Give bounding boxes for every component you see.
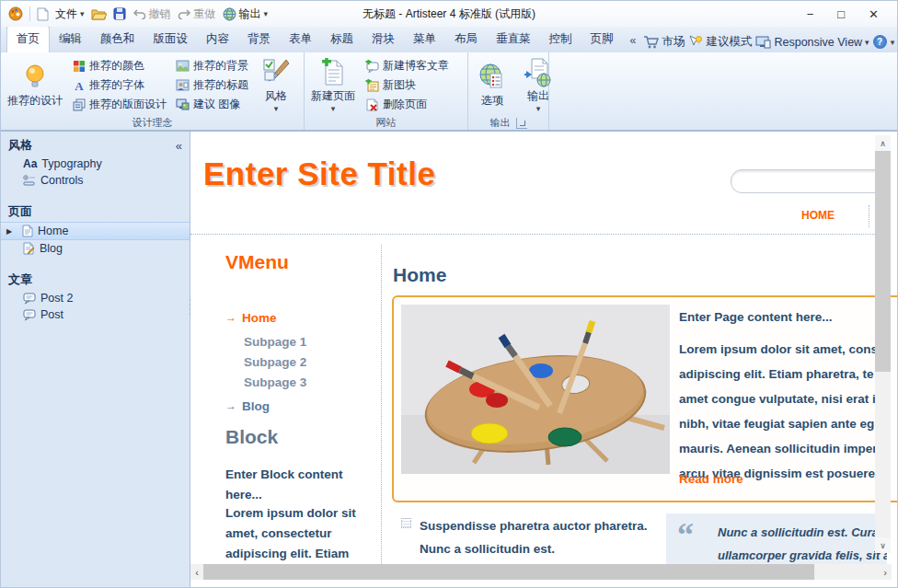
open-button[interactable] bbox=[91, 7, 107, 20]
tab-footer[interactable]: 页脚 bbox=[581, 27, 623, 52]
sidebar-item-controls[interactable]: Controls bbox=[1, 172, 190, 189]
new-page-button[interactable]: 新建页面 ▾ bbox=[307, 54, 359, 116]
horizontal-scrollbar-thumb[interactable] bbox=[203, 564, 814, 580]
tab-header[interactable]: 标题 bbox=[321, 27, 363, 52]
tab-vertical-menu[interactable]: 垂直菜 bbox=[487, 27, 540, 52]
scroll-left-icon[interactable]: ‹ bbox=[190, 567, 203, 578]
header-dotted-rule bbox=[190, 234, 875, 235]
post-teaser[interactable]: Suspendisse pharetra auctor pharetra. Nu… bbox=[401, 514, 648, 560]
tab-layout[interactable]: 布局 bbox=[445, 27, 487, 52]
tab-overflow-chevron[interactable]: « bbox=[623, 29, 644, 52]
vmenu-heading[interactable]: VMenu bbox=[225, 251, 289, 273]
tab-home[interactable]: 首页 bbox=[6, 26, 50, 52]
post-bubble-icon bbox=[23, 293, 36, 305]
market-button[interactable]: 市场 bbox=[643, 34, 685, 50]
suggest-images-button[interactable]: 建议 图像 bbox=[173, 96, 251, 113]
options-button[interactable]: 选项 bbox=[471, 59, 513, 111]
minimize-button[interactable]: − bbox=[807, 7, 814, 21]
scroll-down-icon[interactable]: ∨ bbox=[875, 537, 891, 553]
vertical-scrollbar[interactable]: ∧ ∨ bbox=[875, 135, 891, 553]
dialog-launcher-icon[interactable] bbox=[516, 118, 527, 129]
options-globe-icon bbox=[478, 62, 506, 93]
suggest-header-button[interactable]: 推荐的标题 bbox=[173, 76, 251, 94]
ribbon-empty-area bbox=[549, 52, 897, 130]
chevron-down-icon: ▾ bbox=[536, 104, 541, 113]
collapse-sidebar-icon[interactable]: « bbox=[176, 139, 182, 153]
quote-block[interactable]: “ Nunc a sollicitudin est. Curabitu ulla… bbox=[666, 513, 887, 569]
redo-label: 重做 bbox=[194, 6, 216, 22]
new-document-icon[interactable] bbox=[37, 7, 49, 21]
close-button[interactable]: ✕ bbox=[869, 7, 879, 21]
tab-background[interactable]: 背景 bbox=[238, 27, 280, 52]
redo-button[interactable]: 重做 bbox=[178, 6, 216, 22]
tab-menu[interactable]: 菜单 bbox=[404, 27, 445, 52]
page-content-box[interactable]: Enter Page content here... Lorem ipsum d… bbox=[392, 295, 897, 502]
vmenu-item-subpage2[interactable]: Subpage 2 bbox=[244, 355, 306, 369]
maximize-button[interactable]: □ bbox=[837, 7, 845, 21]
page-text[interactable]: Enter Page content here... Lorem ipsum d… bbox=[679, 310, 897, 486]
group-design-ideas: 推荐的设计 推荐的颜色 A 推荐的字体 推荐的版面设计 bbox=[1, 52, 305, 130]
new-blog-post-button[interactable]: 新建博客文章 bbox=[363, 57, 452, 75]
vmenu-item-subpage3[interactable]: Subpage 3 bbox=[244, 375, 306, 389]
chevron-down-icon[interactable]: ▾ bbox=[891, 38, 895, 47]
scroll-up-icon[interactable]: ∧ bbox=[875, 135, 891, 151]
site-title[interactable]: Enter Site Title bbox=[203, 156, 435, 192]
read-more-link[interactable]: Read more bbox=[679, 472, 743, 486]
block-placeholder[interactable]: Enter Block content here... bbox=[225, 465, 374, 505]
drag-handle-icon[interactable] bbox=[401, 518, 411, 528]
typography-label: Typography bbox=[41, 157, 101, 170]
block-heading[interactable]: Block bbox=[225, 426, 278, 448]
sidebar-item-page-home[interactable]: ▶ Home bbox=[1, 222, 190, 240]
tab-slider[interactable]: 滑块 bbox=[363, 27, 404, 52]
site-nav-home[interactable]: HOME bbox=[790, 209, 846, 222]
tab-content[interactable]: 内容 bbox=[197, 27, 238, 52]
tab-layout-design[interactable]: 版面设 bbox=[144, 27, 198, 52]
suggest-fonts-button[interactable]: A 推荐的字体 bbox=[70, 76, 169, 94]
file-menu-button[interactable]: 文件▾ bbox=[55, 6, 85, 22]
tab-forms[interactable]: 表单 bbox=[280, 27, 321, 52]
help-button[interactable]: ? bbox=[873, 35, 887, 49]
vertical-scrollbar-thumb[interactable] bbox=[875, 151, 891, 372]
save-button[interactable] bbox=[113, 7, 126, 20]
suggest-colors-label: 推荐的颜色 bbox=[89, 58, 144, 74]
sidebar-item-page-blog[interactable]: Blog bbox=[1, 240, 190, 257]
link-arrow-icon: → bbox=[225, 399, 236, 413]
tab-edit[interactable]: 编辑 bbox=[50, 27, 91, 52]
delete-page-icon bbox=[365, 98, 379, 111]
group-site: 新建页面 ▾ 新建博客文章 新图块 删除页面 bbox=[305, 52, 468, 130]
sidebar-item-post2[interactable]: Post 2 bbox=[1, 290, 190, 306]
responsive-view-button[interactable]: Responsive View ▾ bbox=[755, 36, 869, 49]
suggest-background-button[interactable]: 推荐的背景 bbox=[173, 57, 251, 75]
header-image-icon bbox=[176, 79, 190, 91]
nav-dotted-separator bbox=[869, 205, 869, 227]
page-placeholder: Enter Page content here... bbox=[679, 310, 897, 324]
sidebar-item-post[interactable]: Post bbox=[1, 306, 190, 323]
suggest-colors-button[interactable]: 推荐的颜色 bbox=[70, 57, 169, 75]
block-body-text[interactable]: Lorem ipsum dolor sit amet, consectetur … bbox=[225, 503, 374, 564]
new-page-label: 新建页面 bbox=[311, 88, 355, 104]
vmenu-item-blog[interactable]: → Blog bbox=[225, 399, 270, 413]
suggest-layout-button[interactable]: 推荐的版面设计 bbox=[70, 96, 169, 113]
site-search-input[interactable] bbox=[731, 169, 887, 193]
tab-colors[interactable]: 颜色和 bbox=[91, 27, 144, 52]
chevron-down-icon: ▾ bbox=[264, 9, 269, 18]
page-heading[interactable]: Home bbox=[393, 264, 446, 286]
vmenu-item-home[interactable]: → Home bbox=[225, 311, 277, 325]
quote-text: Nunc a sollicitudin est. Curabitu ullamc… bbox=[718, 521, 887, 567]
suggest-mode-button[interactable]: 建议模式 bbox=[688, 34, 752, 50]
horizontal-scrollbar[interactable]: ‹ › bbox=[190, 564, 892, 580]
style-button[interactable]: 风格 ▾ bbox=[255, 54, 297, 116]
tab-controls[interactable]: 控制 bbox=[540, 27, 581, 52]
new-post-icon bbox=[365, 60, 379, 73]
undo-button[interactable]: 撤销 bbox=[132, 6, 171, 22]
scroll-right-icon[interactable]: › bbox=[879, 567, 892, 578]
controls-label: Controls bbox=[40, 174, 84, 187]
vmenu-item-subpage1[interactable]: Subpage 1 bbox=[244, 335, 306, 349]
design-canvas[interactable]: Enter Site Title HOME VMenu → Home Subpa… bbox=[190, 132, 897, 588]
suggest-design-button[interactable]: 推荐的设计 bbox=[4, 59, 66, 111]
delete-page-button[interactable]: 删除页面 bbox=[363, 96, 452, 113]
palette-photo[interactable] bbox=[401, 305, 670, 474]
sidebar-item-typography[interactable]: Aa Typography bbox=[1, 156, 190, 172]
export-quick-button[interactable]: 输出▾ bbox=[223, 6, 269, 22]
new-block-button[interactable]: 新图块 bbox=[363, 76, 452, 94]
